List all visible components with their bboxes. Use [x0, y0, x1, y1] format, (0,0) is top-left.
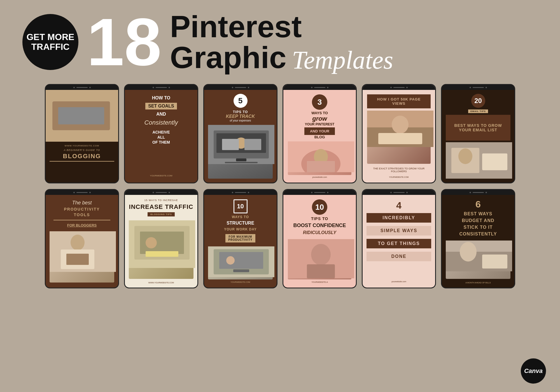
topbar-line [156, 87, 167, 88]
grow-line3: BLOG [314, 135, 325, 139]
card-body: 3 WAYS TO grow YOUR PINTEREST AND YOUR B… [283, 90, 356, 183]
card-traffic[interactable]: 15 WAYS TO INCRESAE INCREASE TRAFFIC BLO… [124, 189, 198, 288]
grow-line1: WAYS TO [311, 111, 328, 115]
expenses-image [208, 125, 274, 164]
card-budget[interactable]: 6 BEST WAYS BUDGET AND STICK TO IT CONSI… [441, 189, 515, 288]
card-goals[interactable]: HOW TO SET GOALS AND Consistently ACHEIV… [124, 84, 198, 183]
topbar-dot [89, 192, 91, 193]
struct-website: YOURWEBSITE.COM [231, 281, 250, 283]
card-body: 6 BEST WAYS BUDGET AND STICK TO IT CONSI… [442, 195, 514, 288]
pageviews-title: HOW I GOT 50K PAGE VIEWS [367, 94, 431, 108]
conf-highlight: RIDICULOUSLY [303, 230, 336, 235]
title-pinterest: Pinterest [170, 11, 302, 42]
topbar-dot [470, 192, 471, 193]
grow-line2: YOUR PINTEREST [305, 122, 334, 126]
budget-line1: BEST WAYS [446, 211, 510, 216]
goals-rest: ACHEIVEALLOF THEM [152, 130, 170, 145]
card-body: 20 EMAIL TIPS BEST WAYS TO GROW YOUR EMA… [442, 90, 514, 183]
email-image [446, 142, 510, 179]
goals-and: AND [156, 112, 166, 117]
title-row2: Graphic Templates [170, 42, 393, 73]
productivity-image [50, 231, 116, 272]
budget-image [446, 241, 512, 271]
card-keeptrack[interactable]: 5 TIPS TO KEEP TRACK of your expenses [203, 84, 277, 183]
grow-website: yourwebsite.com [312, 176, 327, 178]
budget-line2: BUDGET AND [446, 218, 510, 223]
topbar-dot [470, 87, 471, 88]
card-body: WWW.YOURWEBSITE.COM A BEGINNER'S GUIDE T… [46, 142, 118, 164]
svg-rect-2 [62, 105, 102, 122]
svg-point-46 [460, 242, 477, 262]
card-getthings[interactable]: 4 INCREDIBLY SIMPLE WAYS TO GET THINGS D… [362, 189, 436, 288]
topbar-dot [153, 192, 154, 193]
pageviews-website: YOURWEBSITE.COM [367, 176, 431, 178]
card-email[interactable]: 20 EMAIL TIPS BEST WAYS TO GROW YOUR EMA… [441, 84, 515, 183]
topbar-line [235, 87, 246, 88]
card-grow[interactable]: 3 WAYS TO grow YOUR PINTEREST AND YOUR B… [283, 84, 357, 183]
svg-point-28 [71, 235, 85, 250]
topbar-dot [311, 192, 312, 193]
svg-point-42 [311, 244, 331, 265]
card-productivity[interactable]: The best PRODUCTIVITY TOOLS FOR BLOGGERS [45, 189, 119, 288]
svg-rect-26 [482, 153, 507, 170]
card-image [288, 239, 351, 279]
struct-line2: STRUCTURE [227, 221, 254, 226]
card-image [288, 141, 351, 175]
topbar-dot [169, 192, 170, 193]
card-body: 10 TIPS TO BOOST CONFIDENCE RIDICULOUSLY… [283, 195, 356, 288]
email-number: 20 [471, 94, 485, 108]
email-svg [446, 142, 512, 179]
svg-point-40 [226, 256, 235, 265]
card-body: The best PRODUCTIVITY TOOLS FOR BLOGGERS [46, 195, 118, 288]
card-pageviews[interactable]: HOW I GOT 50K PAGE VIEWS THE EXACT STRAT… [362, 84, 436, 183]
traffic-image [129, 220, 195, 268]
title-row1: Pinterest [170, 11, 393, 42]
card-website: WWW.YOURWEBSITE.COM [50, 144, 114, 147]
get-line2: SIMPLE WAYS [367, 226, 431, 235]
traffic-circle: GET MORE TRAFFIC [22, 14, 78, 70]
card-topbar [125, 85, 197, 90]
svg-rect-14 [244, 139, 261, 150]
get-website: yourwebsite.com [367, 278, 431, 283]
get-line3: TO GET THINGS [367, 239, 431, 248]
card-number: 3 [312, 94, 327, 110]
traffic-title: INCREASE TRAFFIC [129, 203, 193, 211]
struct-line3: YOUR WORK DAY [224, 227, 257, 231]
topbar-dot [327, 192, 328, 193]
topbar-dot [232, 192, 233, 193]
topbar-dot [89, 87, 91, 88]
tips-label: TIPS TO [233, 110, 248, 114]
svg-point-25 [458, 148, 472, 164]
svg-rect-39 [233, 269, 249, 272]
svg-rect-4 [71, 136, 93, 138]
conf-title: BOOST CONFIDENCE [293, 223, 346, 228]
card-topbar [204, 190, 277, 195]
canva-badge: Canva [521, 358, 546, 384]
card-topbar [363, 190, 435, 195]
topbar-dot [153, 87, 154, 88]
card-topbar [125, 190, 197, 195]
topbar-dot [232, 87, 233, 88]
topbar-dot [248, 192, 249, 193]
prod-line2: PRODUCTIVITY [50, 207, 114, 211]
svg-rect-10 [236, 158, 246, 161]
card-blogging[interactable]: WWW.YOURWEBSITE.COM A BEGINNER'S GUIDE T… [45, 84, 119, 183]
topbar-dot [327, 87, 328, 88]
topbar-dot [406, 87, 408, 88]
topbar-line [393, 192, 405, 193]
topbar-dot [73, 87, 75, 88]
card-topbar [442, 85, 514, 90]
big-number: 18 [87, 12, 162, 72]
card-topbar [46, 85, 118, 90]
topbar-line [76, 192, 88, 193]
prod-line1: The best [50, 200, 114, 206]
topbar-dot [390, 87, 392, 88]
circle-text: GET MORE TRAFFIC [22, 32, 78, 52]
card-topbar [363, 85, 435, 90]
topbar-dot [248, 87, 249, 88]
traffic-website: WWW.YOURWEBSITE.COM [129, 282, 193, 284]
card-body: 10 WAYS TO STRUCTURE YOUR WORK DAY FOR M… [204, 195, 277, 288]
card-confidence[interactable]: 10 TIPS TO BOOST CONFIDENCE RIDICULOUSLY… [283, 189, 357, 288]
svg-rect-0 [54, 94, 110, 139]
card-structure[interactable]: 10 WAYS TO STRUCTURE YOUR WORK DAY FOR M… [203, 189, 277, 288]
